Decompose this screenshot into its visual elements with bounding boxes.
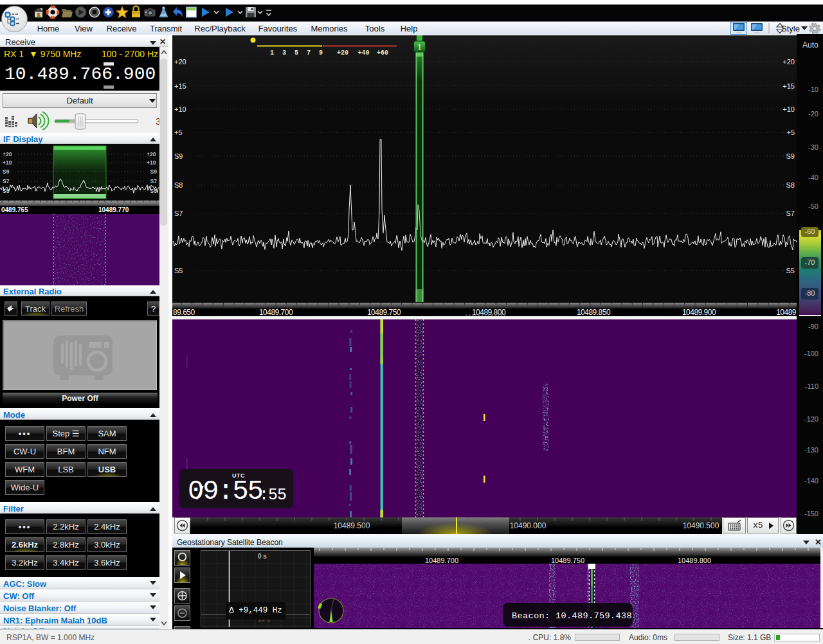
svg-text:+20: +20 [174,58,186,66]
svg-text:+40: +40 [357,49,369,57]
svg-text:Beacon: 10.489.759.438: Beacon: 10.489.759.438 [512,611,632,621]
svg-text:3: 3 [282,49,286,57]
svg-text:+5: +5 [174,129,183,136]
svg-text:S9: S9 [174,152,183,160]
svg-text:89.650: 89.650 [173,308,195,316]
svg-text:9: 9 [319,49,323,57]
svg-text:10489: 10489 [776,308,797,316]
svg-text:10489.900: 10489.900 [682,308,716,316]
svg-text:+10: +10 [3,159,12,166]
svg-text:+10: +10 [147,159,156,166]
svg-text:S7: S7 [3,178,10,184]
svg-text:S8: S8 [786,181,795,189]
svg-text:S9: S9 [786,152,795,160]
svg-text:10489.800: 10489.800 [678,557,711,564]
svg-text:1: 1 [417,43,421,51]
svg-text:S5: S5 [786,267,795,274]
svg-text:+20: +20 [337,49,348,57]
svg-text:+20: +20 [3,151,12,157]
svg-text:+10: +10 [782,105,795,113]
svg-text:+15: +15 [782,82,795,90]
svg-text:S9: S9 [3,168,10,175]
svg-text:0 s: 0 s [258,553,267,560]
svg-text:5: 5 [294,49,298,57]
svg-text:S9: S9 [150,168,158,175]
svg-text:S7: S7 [150,178,158,184]
svg-text:10489.850: 10489.850 [577,308,611,316]
svg-text:7: 7 [307,49,311,57]
svg-text:S7: S7 [174,210,183,217]
svg-text:1: 1 [270,49,274,57]
svg-text:10489.750: 10489.750 [367,308,401,316]
svg-text:S7: S7 [786,210,795,217]
svg-text:+60: +60 [377,49,388,57]
svg-text:+20: +20 [782,58,795,66]
svg-text:S8: S8 [174,181,183,189]
svg-text:+15: +15 [174,82,186,90]
svg-text:+5: +5 [786,129,795,136]
svg-text:10489.700: 10489.700 [425,557,458,564]
svg-text:10489.750: 10489.750 [551,557,584,564]
svg-text:+20: +20 [147,151,156,157]
svg-text:+10: +10 [174,105,186,113]
svg-text:S5: S5 [174,267,183,274]
svg-text:10489.700: 10489.700 [259,308,293,316]
